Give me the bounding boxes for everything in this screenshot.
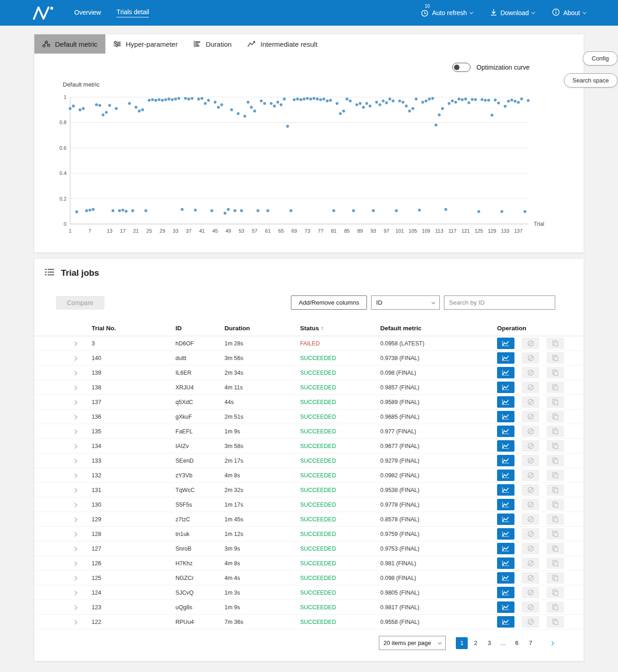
row-expand-chevron[interactable] — [73, 459, 77, 463]
copy-id-button[interactable] — [547, 601, 564, 613]
row-expand-chevron[interactable] — [73, 546, 77, 551]
tab-hyper-parameter[interactable]: Hyper-parameter — [105, 34, 186, 54]
copy-id-button[interactable] — [547, 557, 564, 569]
intermediate-result-button[interactable] — [497, 587, 514, 598]
row-expand-chevron[interactable] — [73, 532, 77, 536]
compare-button[interactable]: Compare — [56, 296, 104, 310]
copy-id-button[interactable] — [547, 543, 564, 554]
intermediate-result-button[interactable] — [497, 382, 514, 393]
search-space-button[interactable]: Search space — [564, 73, 618, 87]
copy-id-button[interactable] — [547, 367, 564, 378]
optimization-curve-toggle[interactable] — [452, 63, 470, 72]
intermediate-result-button[interactable] — [497, 616, 514, 628]
kill-job-button[interactable] — [522, 338, 539, 349]
col-default-metric[interactable]: Default metric — [380, 325, 497, 332]
copy-id-button[interactable] — [547, 616, 564, 628]
intermediate-result-button[interactable] — [497, 572, 514, 584]
row-expand-chevron[interactable] — [73, 488, 77, 492]
copy-id-button[interactable] — [547, 587, 564, 598]
auto-refresh-menu[interactable]: 10 Auto refresh — [421, 9, 473, 17]
kill-job-button[interactable] — [522, 426, 539, 437]
intermediate-result-button[interactable] — [497, 543, 514, 554]
row-expand-chevron[interactable] — [73, 561, 77, 566]
row-expand-chevron[interactable] — [73, 356, 77, 361]
row-expand-chevron[interactable] — [73, 590, 77, 595]
col-id[interactable]: ID — [175, 325, 224, 332]
tab-intermediate-result[interactable]: Intermediate result — [240, 34, 325, 54]
page-button-6[interactable]: 6 — [511, 637, 523, 649]
kill-job-button[interactable] — [522, 470, 539, 481]
intermediate-result-button[interactable] — [497, 455, 514, 466]
kill-job-button[interactable] — [522, 514, 539, 525]
tab-default-metric[interactable]: Default metric — [34, 34, 105, 54]
download-menu[interactable]: Download — [490, 9, 535, 17]
row-expand-chevron[interactable] — [73, 400, 77, 404]
kill-job-button[interactable] — [522, 572, 539, 584]
intermediate-result-button[interactable] — [497, 601, 514, 613]
intermediate-result-button[interactable] — [497, 484, 514, 496]
intermediate-result-button[interactable] — [497, 528, 514, 540]
row-expand-chevron[interactable] — [73, 620, 77, 624]
intermediate-result-button[interactable] — [497, 352, 514, 364]
kill-job-button[interactable] — [522, 382, 539, 393]
tab-duration[interactable]: Duration — [186, 34, 240, 54]
search-field-dropdown[interactable]: ID — [371, 295, 440, 310]
kill-job-button[interactable] — [522, 411, 539, 422]
about-menu[interactable]: About — [552, 8, 586, 17]
copy-id-button[interactable] — [547, 528, 564, 540]
row-expand-chevron[interactable] — [73, 517, 77, 522]
nni-logo[interactable] — [32, 6, 56, 20]
kill-job-button[interactable] — [522, 396, 539, 408]
row-expand-chevron[interactable] — [73, 576, 77, 580]
row-expand-chevron[interactable] — [73, 341, 77, 346]
copy-id-button[interactable] — [547, 572, 564, 584]
intermediate-result-button[interactable] — [497, 396, 514, 408]
copy-id-button[interactable] — [547, 455, 564, 466]
copy-id-button[interactable] — [547, 396, 564, 408]
row-expand-chevron[interactable] — [73, 444, 77, 448]
col-duration[interactable]: Duration — [224, 325, 300, 332]
kill-job-button[interactable] — [522, 367, 539, 378]
kill-job-button[interactable] — [522, 499, 539, 510]
kill-job-button[interactable] — [522, 557, 539, 569]
row-expand-chevron[interactable] — [73, 415, 77, 419]
kill-job-button[interactable] — [522, 440, 539, 452]
copy-id-button[interactable] — [547, 514, 564, 525]
copy-id-button[interactable] — [547, 411, 564, 422]
copy-id-button[interactable] — [547, 426, 564, 437]
intermediate-result-button[interactable] — [497, 426, 514, 437]
kill-job-button[interactable] — [522, 601, 539, 613]
page-button-7[interactable]: 7 — [525, 637, 536, 649]
kill-job-button[interactable] — [522, 616, 539, 628]
kill-job-button[interactable] — [522, 455, 539, 466]
row-expand-chevron[interactable] — [73, 385, 77, 390]
kill-job-button[interactable] — [522, 587, 539, 598]
add-remove-columns-button[interactable]: Add/Remove columns — [291, 295, 367, 310]
intermediate-result-button[interactable] — [497, 499, 514, 510]
page-button-2[interactable]: 2 — [470, 637, 481, 649]
kill-job-button[interactable] — [522, 543, 539, 554]
col-trial-no[interactable]: Trial No. — [92, 325, 175, 332]
intermediate-result-button[interactable] — [497, 514, 514, 525]
search-input[interactable] — [444, 295, 555, 310]
page-button-3[interactable]: 3 — [483, 637, 495, 649]
intermediate-result-button[interactable] — [497, 338, 514, 349]
row-expand-chevron[interactable] — [73, 605, 77, 610]
copy-id-button[interactable] — [547, 499, 564, 510]
kill-job-button[interactable] — [522, 352, 539, 364]
intermediate-result-button[interactable] — [497, 367, 514, 378]
intermediate-result-button[interactable] — [497, 440, 514, 452]
kill-job-button[interactable] — [522, 528, 539, 540]
next-page-button[interactable] — [547, 638, 557, 648]
row-expand-chevron[interactable] — [73, 503, 77, 507]
page-button-1[interactable]: 1 — [456, 637, 468, 649]
kill-job-button[interactable] — [522, 484, 539, 496]
copy-id-button[interactable] — [547, 484, 564, 496]
config-button[interactable]: Config — [583, 51, 618, 66]
intermediate-result-button[interactable] — [497, 557, 514, 569]
intermediate-result-button[interactable] — [497, 411, 514, 422]
nav-trials-detail[interactable]: Trials detail — [116, 8, 149, 17]
row-expand-chevron[interactable] — [73, 371, 77, 375]
copy-id-button[interactable] — [547, 382, 564, 393]
copy-id-button[interactable] — [547, 470, 564, 481]
